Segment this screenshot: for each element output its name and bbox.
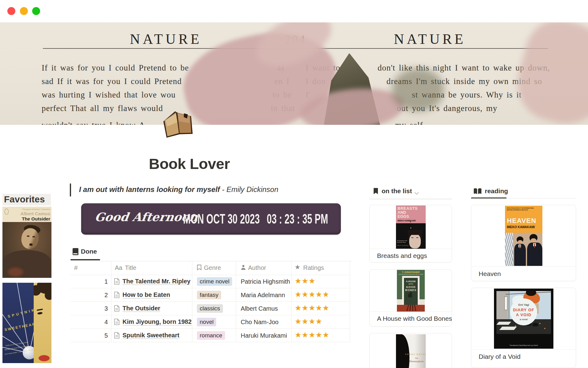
book-title-link[interactable]: How to be Eaten <box>123 291 170 298</box>
lyric-line: perfect That all my flaws would <box>42 104 163 113</box>
book-title-link[interactable]: Kim Jiyoung, born 1982 <box>123 318 192 325</box>
reading-underline <box>471 198 576 199</box>
book-icon <box>73 248 78 256</box>
row-number: 3 <box>70 305 108 312</box>
quote-author: - Emily Dickinson <box>220 185 278 194</box>
clock-widget[interactable]: Good Afternoon MON OCT 30 2023 03 : 23 :… <box>81 203 341 235</box>
row-number: 2 <box>70 292 108 299</box>
zoom-window-button[interactable] <box>32 7 40 15</box>
column-divider <box>350 261 350 342</box>
genre-tag[interactable]: novel <box>197 318 216 326</box>
book-title-link[interactable]: The Outsider <box>123 305 160 312</box>
cover-top-band: Penguin Modern Classics Albert Camus The… <box>2 207 51 222</box>
column-header-title[interactable]: Title <box>125 264 136 271</box>
person-icon <box>241 265 246 271</box>
tab-done[interactable]: Done <box>81 248 97 255</box>
table-row[interactable]: 1 The Talented Mr. Ripley crime novel Pa… <box>70 275 350 288</box>
page-icon-open-book[interactable] <box>161 106 195 138</box>
cover-blurb-author: HARUKI MURAKAMI <box>397 245 409 246</box>
card-title[interactable]: Diary of a Void <box>479 353 521 360</box>
column-header-ratings[interactable]: Ratings <box>303 264 324 271</box>
column-header-genre[interactable]: Genre <box>204 264 221 271</box>
rating-stars: ★★★ <box>295 277 316 285</box>
card-diary-of-a-void[interactable]: Emi Yagi DIARY OF A VOID a novel Transla… <box>471 288 576 368</box>
table-row[interactable]: 2 How to be Eaten fantasy Maria Adelmann… <box>70 288 350 302</box>
lyric-line: sad If it was for you I could Pretend <box>42 77 182 86</box>
table-row[interactable]: 4 Kim Jiyoung, born 1982 novel Cho Nam-J… <box>70 315 350 329</box>
minimize-window-button[interactable] <box>20 7 28 15</box>
table-row[interactable]: 3 The Outsider classics Albert Camus ★★★… <box>70 302 350 315</box>
bookmark-filled-icon <box>373 188 378 196</box>
card-metamorphosis[interactable]: FRANZ KAFKA The Metamorphosis <box>369 333 452 368</box>
rating-stars: ★★★★★ <box>295 304 330 312</box>
cover-painting <box>2 222 51 278</box>
banner-header-right: NATURE <box>394 31 466 47</box>
book-title-link[interactable]: Sputnik Sweetheart <box>123 332 179 339</box>
genre-tag[interactable]: classics <box>197 304 223 313</box>
tab-on-the-list[interactable]: on the list <box>382 187 412 195</box>
book-cover-diary-of-a-void: Emi Yagi DIARY OF A VOID a novel Transla… <box>494 289 553 349</box>
cover-title-line1: SPUTNIK <box>7 308 34 319</box>
clock-time: 03 : 23 : 35 PM <box>267 211 328 227</box>
star-icon: ★ <box>295 263 300 271</box>
page-doc-icon <box>114 332 119 340</box>
cover-author: FRANZ KAFKA <box>405 353 426 355</box>
author-name: Cho Nam-Joo <box>241 319 278 326</box>
cover-title: HEAVEN <box>507 217 536 225</box>
page-doc-icon <box>114 305 119 313</box>
on-the-list-underline <box>369 199 452 199</box>
book-cover-the-outsider[interactable]: Penguin Modern Classics Albert Camus The… <box>2 207 51 278</box>
cover-banner-image[interactable]: NATURE 204 NATURE If it was for you I co… <box>0 22 588 125</box>
quote-text: I am out with lanterns looking for mysel… <box>79 185 220 194</box>
row-number: 4 <box>70 319 108 326</box>
row-number: 1 <box>70 278 108 285</box>
card-a-house-with-good-bones[interactable]: T. KINGFISHER USA TODAY BESTSELLING AUTH… <box>369 269 452 327</box>
close-window-button[interactable] <box>7 7 15 15</box>
card-breasts-and-eggs[interactable]: BREASTS AND EGGS MIEKO KAWAKAMI 'So amaz… <box>369 205 452 263</box>
book-cover-metamorphosis: FRANZ KAFKA The Metamorphosis <box>396 334 426 368</box>
rating-stars: ★★★★★ <box>295 290 330 299</box>
watercolor-blob-olive <box>392 68 444 111</box>
page-doc-icon <box>114 292 119 299</box>
favorites-heading-label: Favorites <box>4 194 45 205</box>
book-title-link[interactable]: The Talented Mr. Ripley <box>123 278 190 285</box>
column-header-author[interactable]: Author <box>248 264 266 271</box>
card-title[interactable]: Heaven <box>479 270 501 278</box>
open-book-icon <box>473 188 482 196</box>
row-number: 5 <box>70 332 108 339</box>
card-title[interactable]: Breasts and eggs <box>377 252 427 259</box>
page-title[interactable]: Book Lover <box>149 155 230 172</box>
book-cover-breasts-and-eggs: BREASTS AND EGGS MIEKO KAWAKAMI 'So amaz… <box>396 205 426 249</box>
page-doc-icon <box>114 278 119 286</box>
genre-tag[interactable]: romance <box>197 331 225 340</box>
penguin-logo <box>5 209 9 215</box>
watercolor-blob-pink <box>509 22 588 125</box>
lyric-line-clipped: my self <box>395 121 423 125</box>
author-name: Albert Camus <box>241 305 278 312</box>
row-divider <box>70 342 350 342</box>
table-row[interactable]: 5 Sputnik Sweetheart romance Haruki Mura… <box>70 329 350 342</box>
genre-tag[interactable]: crime novel <box>197 277 232 286</box>
clock-date: MON OCT 30 2023 <box>183 211 260 227</box>
rating-stars: ★★★★★ <box>295 331 330 339</box>
page-doc-icon <box>114 319 119 326</box>
window-titlebar <box>0 0 588 22</box>
lyric-line: If it was for you I could Pretend to be <box>42 63 189 73</box>
lyric-line-clipped: wouldn't say true I know A <box>42 121 145 125</box>
quote-block[interactable]: I am out with lanterns looking for mysel… <box>79 185 278 194</box>
tab-done-active-underline <box>70 259 100 260</box>
tab-reading[interactable]: reading <box>485 187 508 195</box>
chevron-down-icon[interactable] <box>414 190 419 196</box>
cover-author: MIEKO KAWAKAMI <box>507 225 535 229</box>
author-name: Maria Adelmann <box>241 292 285 299</box>
genre-tag[interactable]: fantasy <box>197 291 221 299</box>
book-cover-sputnik-sweetheart[interactable]: SPUTNIK SWEETHEART "Grabs you from its o… <box>2 283 51 363</box>
cover-author: Emi Yagi <box>510 303 537 306</box>
column-header-number[interactable]: # <box>74 264 78 271</box>
author-name: Patricia Highsmith <box>241 278 290 285</box>
cover-translator: Translated by David Boyd and Lucy North <box>494 344 553 346</box>
card-title[interactable]: A House with Good Bones <box>377 315 452 322</box>
card-heaven[interactable]: FROM THE AUTHOR OF THE INTERNATIONAL BES… <box>471 205 576 281</box>
book-cover-house-good-bones: T. KINGFISHER USA TODAY BESTSELLING AUTH… <box>397 270 425 312</box>
cover-title: The <box>415 357 418 359</box>
